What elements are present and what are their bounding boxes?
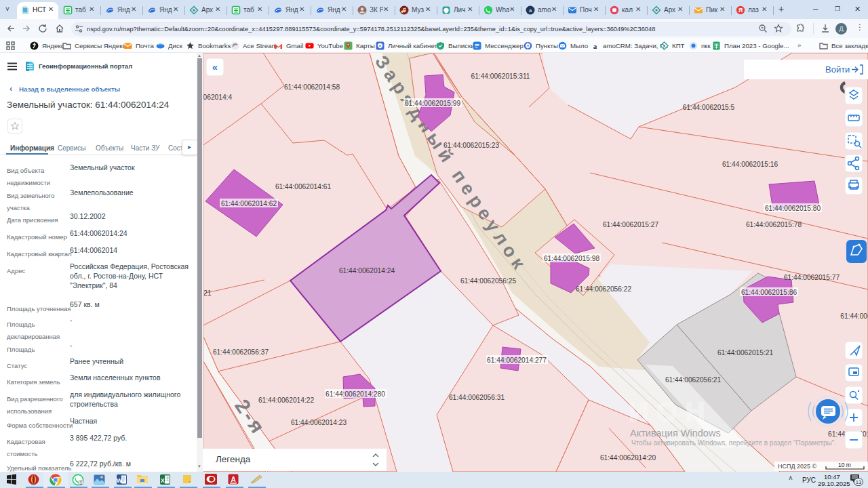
svg-text:61:44:0062014:23: 61:44:0062014:23	[291, 419, 347, 426]
svg-text:0062014:4: 0062014:4	[203, 94, 232, 101]
svg-text:ион: ион	[627, 388, 712, 430]
svg-text:61:44:0062014:277: 61:44:0062014:277	[487, 357, 547, 364]
svg-text:61:44:0062014:24: 61:44:0062014:24	[339, 267, 395, 274]
svg-text:a: a	[529, 7, 532, 14]
svg-text:Легенда: Легенда	[216, 454, 251, 464]
svg-text:Чтобы активировать Windows, пе: Чтобы активировать Windows, перейдите в …	[631, 439, 836, 447]
svg-text:61:44:0062014:20: 61:44:0062014:20	[600, 454, 656, 462]
svg-text:61:44:0062015:80: 61:44:0062015:80	[765, 205, 821, 212]
svg-text:НСПД 2025 ©: НСПД 2025 ©	[778, 463, 817, 470]
svg-text:61:44:0062015:5: 61:44:0062015:5	[683, 104, 735, 111]
svg-text:a: a	[593, 42, 597, 50]
svg-text:61:44:0062015:23: 61:44:0062015:23	[443, 142, 499, 149]
svg-text:61:44:0062056:31: 61:44:0062056:31	[449, 394, 505, 401]
svg-text:61:44:0062015:99: 61:44:0062015:99	[405, 100, 460, 107]
svg-text:61:44:0062015:77: 61:44:0062015:77	[784, 274, 840, 281]
svg-text:A: A	[231, 476, 235, 483]
svg-text:61:44:0062014:58: 61:44:0062014:58	[284, 83, 340, 91]
svg-text:X: X	[161, 477, 165, 484]
svg-text:61:44:0062015:27: 61:44:0062015:27	[603, 221, 658, 228]
svg-text:1: 1	[79, 481, 82, 485]
svg-text:21: 21	[203, 289, 212, 297]
svg-text:61:44:0062015:16: 61:44:0062015:16	[722, 161, 778, 168]
svg-text:61:44:0062015:78: 61:44:0062015:78	[746, 221, 802, 228]
svg-text:«: «	[212, 62, 218, 73]
svg-text:61:44:0062056:22: 61:44:0062056:22	[576, 285, 631, 293]
svg-text:61:44:0062056:25: 61:44:0062056:25	[460, 277, 516, 285]
svg-text:61:44:0062014:22: 61:44:0062014:22	[258, 396, 314, 404]
svg-text:61:44:0062015:311: 61:44:0062015:311	[471, 73, 530, 80]
svg-text:61:44:0062015:98: 61:44:0062015:98	[544, 255, 599, 262]
svg-text:W: W	[117, 477, 123, 484]
svg-text:61:44:006: 61:44:006	[840, 312, 868, 320]
svg-text:61:44:0062014:62: 61:44:0062014:62	[221, 200, 277, 207]
svg-text:61:44:0062014:280: 61:44:0062014:280	[326, 390, 385, 398]
svg-text:Активация Windows: Активация Windows	[630, 428, 721, 439]
svg-text:61:44:0062056:21: 61:44:0062056:21	[665, 376, 721, 384]
svg-text:Войти: Войти	[825, 64, 850, 75]
svg-text:61:44:0062056:37: 61:44:0062056:37	[213, 348, 269, 356]
svg-text:61:44:0062015:21: 61:44:0062015:21	[717, 349, 773, 357]
svg-text:10 m: 10 m	[838, 462, 851, 468]
svg-text:61:44:0062015:86: 61:44:0062015:86	[741, 289, 797, 296]
svg-text:61:44:0062014:61: 61:44:0062014:61	[275, 183, 331, 190]
svg-text:Я: Я	[738, 7, 743, 14]
